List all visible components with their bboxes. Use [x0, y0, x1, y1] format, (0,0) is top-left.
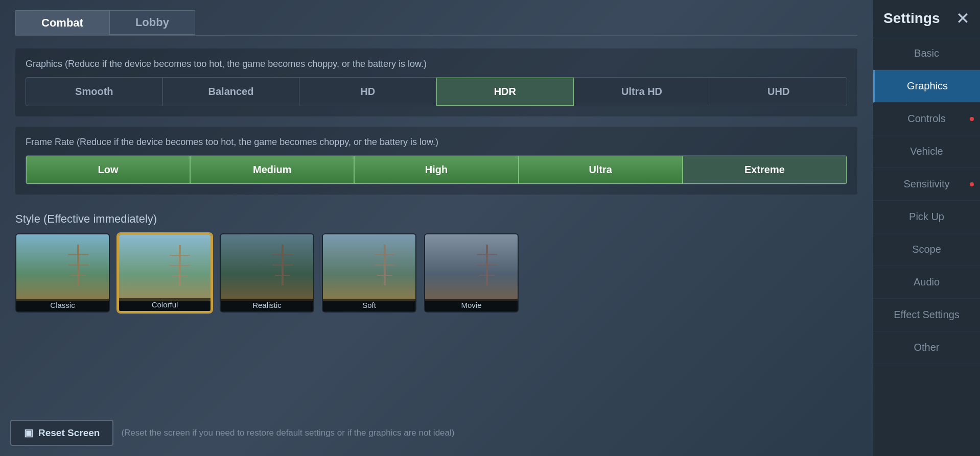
- tabs-container: Combat Lobby: [15, 10, 857, 36]
- graphics-btn-group: Smooth Balanced HD HDR Ultra HD UHD: [26, 77, 847, 106]
- style-card-colorful[interactable]: Colorful: [118, 233, 212, 313]
- sidebar-header: Settings ✕: [873, 0, 980, 37]
- style-section: Style (Effective immediately) Classic: [15, 205, 857, 320]
- graphics-uhd[interactable]: UHD: [710, 78, 847, 106]
- sidebar-item-controls-label: Controls: [907, 113, 945, 125]
- style-card-soft-label: Soft: [323, 299, 415, 311]
- sidebar-item-pickup[interactable]: Pick Up: [873, 201, 980, 233]
- style-card-movie-label: Movie: [425, 299, 518, 311]
- sidebar-item-audio-label: Audio: [914, 276, 940, 288]
- frame-rate-section: Frame Rate (Reduce if the device becomes…: [15, 127, 857, 195]
- sidebar-item-vehicle[interactable]: Vehicle: [873, 135, 980, 168]
- close-button[interactable]: ✕: [956, 10, 970, 27]
- graphics-smooth[interactable]: Smooth: [26, 78, 163, 106]
- sidebar-item-sensitivity-label: Sensitivity: [903, 178, 949, 190]
- reset-screen-note: (Reset the screen if you need to restore…: [121, 428, 454, 438]
- sidebar-item-vehicle-label: Vehicle: [910, 146, 943, 157]
- sidebar-item-other-label: Other: [914, 342, 939, 353]
- style-cards-container: Classic Colorful: [15, 233, 857, 313]
- frame-extreme[interactable]: Extreme: [683, 156, 847, 184]
- frame-rate-btn-group: Low Medium High Ultra Extreme: [26, 155, 847, 184]
- style-card-realistic[interactable]: Realistic: [220, 233, 314, 313]
- sidebar-item-scope[interactable]: Scope: [873, 233, 980, 266]
- frame-rate-label: Frame Rate (Reduce if the device becomes…: [26, 137, 847, 148]
- style-label: Style (Effective immediately): [15, 212, 857, 226]
- sidebar-item-other[interactable]: Other: [873, 331, 980, 364]
- style-card-soft[interactable]: Soft: [322, 233, 416, 313]
- frame-medium[interactable]: Medium: [190, 156, 354, 184]
- sidebar-item-audio[interactable]: Audio: [873, 266, 980, 299]
- style-card-classic-label: Classic: [16, 299, 109, 311]
- reset-screen-label: Reset Screen: [38, 427, 100, 439]
- sidebar-item-effect-settings-label: Effect Settings: [894, 309, 960, 321]
- graphics-section: Graphics (Reduce if the device becomes t…: [15, 49, 857, 116]
- sidebar-item-graphics-label: Graphics: [907, 80, 948, 92]
- sidebar-item-sensitivity[interactable]: Sensitivity: [873, 168, 980, 201]
- tab-combat[interactable]: Combat: [15, 10, 109, 35]
- controls-notification-dot: [970, 117, 974, 121]
- sidebar-item-basic-label: Basic: [914, 47, 939, 59]
- graphics-hdr[interactable]: HDR: [436, 78, 574, 106]
- sidebar-item-controls[interactable]: Controls: [873, 103, 980, 135]
- frame-ultra[interactable]: Ultra: [519, 156, 683, 184]
- sensitivity-notification-dot: [970, 182, 974, 186]
- reset-section: ▣ Reset Screen (Reset the screen if you …: [10, 420, 454, 446]
- style-card-classic[interactable]: Classic: [15, 233, 110, 313]
- main-content: Combat Lobby Graphics (Reduce if the dev…: [0, 0, 873, 456]
- frame-high[interactable]: High: [354, 156, 518, 184]
- sidebar-items-list: Basic Graphics Controls Vehicle Sensitiv…: [873, 37, 980, 456]
- sidebar-item-pickup-label: Pick Up: [909, 211, 944, 223]
- sidebar-item-effect-settings[interactable]: Effect Settings: [873, 299, 980, 331]
- frame-low[interactable]: Low: [26, 156, 190, 184]
- graphics-ultra-hd[interactable]: Ultra HD: [574, 78, 711, 106]
- sidebar-title: Settings: [883, 10, 940, 27]
- style-card-colorful-label: Colorful: [119, 298, 211, 311]
- style-card-realistic-label: Realistic: [221, 299, 313, 311]
- reset-screen-button[interactable]: ▣ Reset Screen: [10, 420, 113, 446]
- tab-lobby[interactable]: Lobby: [109, 10, 195, 35]
- sidebar: Settings ✕ Basic Graphics Controls Vehic…: [873, 0, 980, 456]
- sidebar-item-graphics[interactable]: Graphics: [873, 70, 980, 103]
- reset-screen-icon: ▣: [24, 427, 33, 439]
- sidebar-item-basic[interactable]: Basic: [873, 37, 980, 70]
- graphics-hd[interactable]: HD: [299, 78, 436, 106]
- style-card-movie[interactable]: Movie: [424, 233, 519, 313]
- sidebar-item-scope-label: Scope: [912, 244, 941, 255]
- graphics-label: Graphics (Reduce if the device becomes t…: [26, 59, 847, 69]
- graphics-balanced[interactable]: Balanced: [163, 78, 300, 106]
